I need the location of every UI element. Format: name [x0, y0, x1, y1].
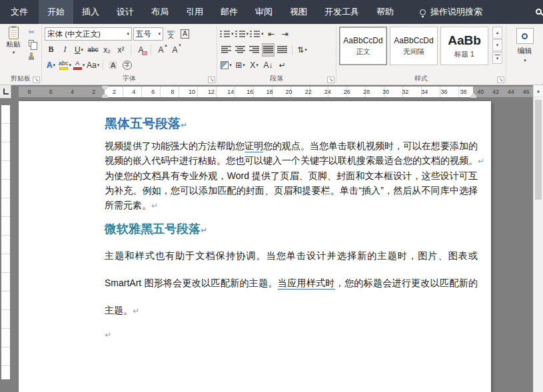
tab-home[interactable]: 开始: [39, 0, 73, 24]
borders-icon: ⊞: [235, 61, 242, 70]
style-no-spacing[interactable]: AaBbCcDd 无间隔: [390, 27, 438, 65]
ruler-number: 18: [260, 87, 279, 97]
ruler-number: 36: [434, 87, 454, 97]
ruler-number: 28: [356, 87, 376, 97]
ruler-number: 4: [124, 87, 143, 97]
enclose-characters-button[interactable]: 字: [121, 59, 133, 72]
tab-view[interactable]: 视图: [281, 0, 316, 24]
tab-review[interactable]: 审阅: [247, 0, 281, 24]
align-right-button[interactable]: [248, 43, 261, 57]
font-name-select[interactable]: 宋体 (中文正文) ▾: [45, 27, 132, 41]
scrollbar-thumb[interactable]: [535, 100, 542, 200]
tab-developer[interactable]: 开发工具: [316, 0, 368, 24]
underline-button[interactable]: U▾: [73, 43, 85, 57]
group-clipboard: 粘贴 ▾ ✂ 剪贴板 ↘: [0, 24, 41, 85]
bullets-button[interactable]: ▾: [220, 27, 234, 41]
cut-button[interactable]: ✂: [25, 27, 37, 37]
tab-stop-selector[interactable]: [0, 85, 11, 98]
chevron-down-icon: ▾: [69, 63, 72, 68]
tab-help[interactable]: 帮助: [368, 0, 402, 24]
character-border-button[interactable]: A: [179, 27, 191, 41]
numbering-button[interactable]: ▾: [235, 27, 249, 41]
chevron-down-icon[interactable]: ▾: [524, 58, 526, 63]
chevron-down-icon: ▾: [496, 56, 499, 61]
page[interactable]: 黑体五号段落↵ 视频提供了功能强大的方法帮助您证明您的观点。当您单击联机视频时，…: [19, 101, 491, 392]
ruler-number: 38: [454, 87, 473, 97]
character-shading-button[interactable]: A: [107, 59, 119, 72]
ruler-number: 16: [241, 87, 260, 97]
clear-formatting-button[interactable]: A: [135, 43, 147, 57]
subscript-button[interactable]: x₂: [101, 43, 113, 57]
align-center-button[interactable]: [234, 43, 247, 57]
format-painter-button[interactable]: [25, 49, 37, 60]
asian-layout-icon: X: [250, 61, 255, 70]
find-button[interactable]: [516, 28, 534, 44]
chevron-down-icon: ▾: [229, 63, 232, 68]
change-case-icon: Aa: [87, 61, 97, 70]
line-spacing-button[interactable]: ⇅▾: [296, 43, 308, 57]
grow-font-button[interactable]: A: [155, 43, 167, 57]
styles-dialog-launcher[interactable]: ↘: [497, 77, 504, 83]
change-case-button[interactable]: Aa▾: [87, 59, 99, 72]
tab-insert[interactable]: 插入: [73, 0, 108, 24]
decrease-indent-button[interactable]: ⇤: [265, 27, 278, 41]
text-effects-button[interactable]: A▾: [45, 59, 57, 72]
vertical-scrollbar[interactable]: ▲: [533, 85, 543, 392]
group-font: 宋体 (中文正文) ▾ 五号 ▾ wén文 A B I U▾ abc: [42, 24, 217, 85]
shading-icon: [221, 61, 229, 69]
phonetic-guide-icon: wén文: [167, 29, 175, 39]
asian-layout-button[interactable]: X▾: [248, 59, 261, 72]
copy-button[interactable]: [25, 38, 37, 49]
bold-button[interactable]: B: [45, 43, 57, 57]
grammar-underline: 当应用样式时: [278, 278, 335, 290]
justify-button[interactable]: [262, 43, 274, 57]
chevron-down-icon: ▾: [83, 63, 85, 68]
tab-file[interactable]: 文件: [0, 0, 39, 24]
show-marks-button[interactable]: ↵: [276, 59, 288, 72]
enclose-characters-icon: 字: [123, 61, 132, 70]
heading-simhei: 黑体五号段落↵: [105, 116, 478, 133]
sort-button[interactable]: A↓: [262, 59, 274, 72]
align-center-icon: [235, 46, 245, 53]
shrink-font-button[interactable]: A: [169, 43, 181, 57]
superscript-button[interactable]: x²: [115, 43, 127, 57]
justify-icon: [263, 46, 273, 53]
highlight-button[interactable]: abc ▾: [59, 59, 71, 72]
clipboard-dialog-launcher[interactable]: ↘: [33, 77, 40, 83]
phonetic-guide-button[interactable]: wén文: [165, 27, 177, 41]
font-size-select[interactable]: 五号 ▾: [133, 27, 163, 41]
tell-me-search[interactable]: 操作说明搜索: [420, 0, 482, 24]
editing-group-label: 编辑: [518, 46, 532, 56]
paste-button[interactable]: 粘贴 ▾: [3, 27, 24, 74]
italic-button[interactable]: I: [59, 43, 71, 57]
distribute-button[interactable]: [276, 43, 288, 57]
strikethrough-button[interactable]: abc: [87, 43, 99, 57]
tab-layout[interactable]: 布局: [143, 0, 177, 24]
styles-more-button[interactable]: ▾: [492, 52, 502, 64]
style-heading1[interactable]: AaBb 标题 1: [440, 27, 488, 65]
ruler-number: 32: [396, 87, 415, 97]
paragraph-dialog-launcher[interactable]: ↘: [327, 77, 334, 83]
ruler-number: 10: [182, 87, 201, 97]
increase-indent-button[interactable]: ⇥: [279, 27, 292, 41]
align-left-icon: [221, 46, 231, 53]
styles-scroll-down-button[interactable]: ▾: [492, 39, 502, 51]
search-icon[interactable]: [536, 9, 542, 15]
ruler-number: 8: [19, 87, 40, 97]
font-color-button[interactable]: A ▾: [73, 59, 85, 72]
tab-design[interactable]: 设计: [108, 0, 143, 24]
shading-button[interactable]: ▾: [220, 59, 233, 72]
style-preview: AaBbCcDd: [343, 36, 382, 45]
font-dialog-launcher[interactable]: ↘: [208, 77, 215, 83]
scroll-up-button[interactable]: ▲: [534, 85, 543, 97]
tab-mailings[interactable]: 邮件: [212, 0, 247, 24]
tab-references[interactable]: 引用: [177, 0, 212, 24]
multilevel-list-button[interactable]: ▾: [250, 27, 264, 41]
styles-scroll-up-button[interactable]: ▴: [492, 27, 502, 39]
vertical-ruler: [0, 98, 11, 392]
align-left-button[interactable]: [220, 43, 233, 57]
borders-button[interactable]: ⊞▾: [234, 59, 247, 72]
paste-label: 粘贴: [7, 40, 21, 49]
style-normal[interactable]: AaBbCcDd 正文: [339, 27, 387, 65]
ruler-number: 4: [62, 87, 83, 97]
